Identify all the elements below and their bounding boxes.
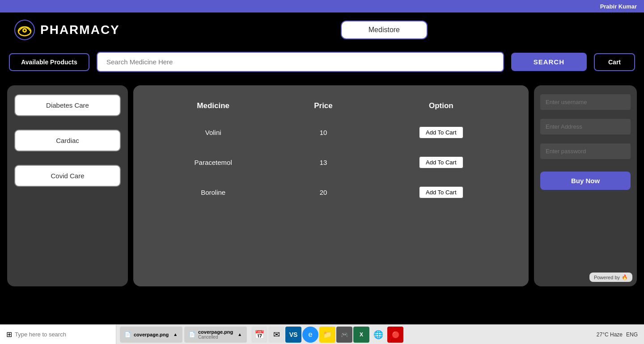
language: ENG <box>626 331 638 338</box>
sidebar: Diabetes Care Cardiac Covid Care <box>7 85 128 286</box>
top-bar: Prabir Kumar <box>0 0 644 13</box>
category-covid-care[interactable]: Covid Care <box>14 165 121 187</box>
medistore-button[interactable]: Medistore <box>341 21 428 39</box>
taskbar-app-calendar[interactable]: 📅 <box>251 327 267 343</box>
download-item-1[interactable]: 📄 coverpage.png ▲ <box>120 327 182 343</box>
taskbar-app-other[interactable]: 🔴 <box>387 327 403 343</box>
add-to-cart-button-1[interactable]: Add To Cart <box>419 156 463 168</box>
search-button[interactable]: SEARCH <box>511 53 587 71</box>
buy-now-button[interactable]: Buy Now <box>540 172 631 190</box>
powered-by-text: Powered by <box>594 275 620 280</box>
chevron-down-icon-2: ▲ <box>237 332 242 337</box>
taskbar-search-area[interactable]: ⊞ <box>0 325 116 344</box>
dl-filename-2: coverpage.png <box>198 329 233 335</box>
username-input[interactable] <box>540 94 631 110</box>
col-option: Option <box>367 94 515 117</box>
dl-filename-1: coverpage.png <box>134 332 169 337</box>
main-content: Diabetes Care Cardiac Covid Care Medicin… <box>0 76 644 295</box>
medicine-price: 13 <box>280 147 367 177</box>
taskbar-app-vscode[interactable]: VS <box>285 327 301 343</box>
taskbar-search-input[interactable] <box>15 331 95 338</box>
add-to-cart-button-0[interactable]: Add To Cart <box>419 126 463 138</box>
windows-icon: ⊞ <box>6 330 12 339</box>
medicine-option: Add To Cart <box>367 177 515 207</box>
header: PHARMACY Medistore <box>0 13 644 47</box>
taskbar-app-edge[interactable]: e <box>302 327 318 343</box>
taskbar-app-chrome[interactable]: 🌐 <box>370 327 386 343</box>
product-table: Medicine Price Option Volini 10 Add To C… <box>147 94 515 207</box>
medicine-price: 10 <box>280 117 367 147</box>
eye-logo-icon <box>13 19 36 41</box>
taskbar-app-files[interactable]: 📁 <box>319 327 335 343</box>
category-diabetes-care[interactable]: Diabetes Care <box>14 94 121 116</box>
col-medicine: Medicine <box>147 94 280 117</box>
download-item-2[interactable]: 📄 coverpage.png Cancelled ▲ <box>184 327 247 343</box>
user-name: Prabir Kumar <box>600 3 637 10</box>
chevron-down-icon-1: ▲ <box>173 332 178 337</box>
product-area: Medicine Price Option Volini 10 Add To C… <box>133 85 529 286</box>
medicine-price: 20 <box>280 177 367 207</box>
table-row: Boroline 20 Add To Cart <box>147 177 515 207</box>
weather: 27°C Haze <box>597 331 623 338</box>
table-row: Paracetemol 13 Add To Cart <box>147 147 515 177</box>
logo-area: PHARMACY <box>13 19 120 41</box>
medicine-option: Add To Cart <box>367 117 515 147</box>
category-cardiac[interactable]: Cardiac <box>14 130 121 151</box>
password-input[interactable] <box>540 143 631 159</box>
file-icon-2: 📄 <box>189 331 195 338</box>
taskbar-icons: 📅 ✉ VS e 📁 🎮 X 🌐 🔴 <box>247 327 590 343</box>
taskbar-app-mail[interactable]: ✉ <box>268 327 284 343</box>
taskbar-right: 27°C Haze ENG <box>590 331 644 338</box>
table-row: Volini 10 Add To Cart <box>147 117 515 147</box>
medicine-name: Paracetemol <box>147 147 280 177</box>
nav-bar: Available Products SEARCH Cart <box>0 47 644 76</box>
powered-by-badge: Powered by 🔥 <box>589 273 632 282</box>
medicine-name: Volini <box>147 117 280 147</box>
cart-button[interactable]: Cart <box>594 53 635 71</box>
address-input[interactable] <box>540 119 631 134</box>
file-icon-1: 📄 <box>124 331 131 338</box>
svg-point-3 <box>24 29 25 31</box>
right-panel: Buy Now Powered by 🔥 <box>534 85 637 286</box>
pharmacy-title: PHARMACY <box>40 23 120 37</box>
powered-by-icon: 🔥 <box>622 274 628 280</box>
taskbar-app-excel[interactable]: X <box>353 327 369 343</box>
search-input[interactable] <box>97 52 504 72</box>
dl-status-2: Cancelled <box>198 335 233 340</box>
col-price: Price <box>280 94 367 117</box>
add-to-cart-button-2[interactable]: Add To Cart <box>419 186 463 198</box>
taskbar: ⊞ 📄 coverpage.png ▲ 📄 coverpage.png Canc… <box>0 324 644 344</box>
medicine-option: Add To Cart <box>367 147 515 177</box>
available-products-button[interactable]: Available Products <box>9 53 89 71</box>
taskbar-app-game[interactable]: 🎮 <box>336 327 352 343</box>
medicine-name: Boroline <box>147 177 280 207</box>
